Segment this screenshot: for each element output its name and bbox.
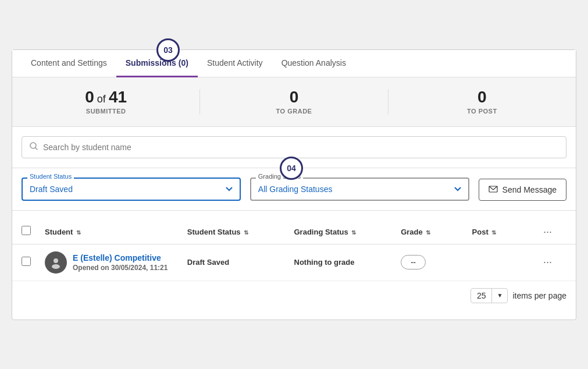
- stat-submitted: 0 of 41 SUBMITTED: [12, 89, 200, 115]
- row-grade: --: [401, 255, 472, 269]
- table-row: E (Estelle) Competitive Opened on 30/05/…: [12, 244, 576, 281]
- svg-point-4: [52, 264, 60, 269]
- page-size-arrow[interactable]: ▼: [492, 290, 507, 301]
- tab-student-activity[interactable]: Student Activity: [198, 50, 272, 77]
- filters-section: 04 Student Status Draft Saved Grading St…: [12, 168, 576, 211]
- to-post-label: TO POST: [389, 108, 576, 115]
- select-all-checkbox[interactable]: [22, 226, 31, 235]
- page-size-dropdown: 25 ▼: [471, 288, 508, 303]
- search-wrapper: [22, 136, 566, 158]
- header-more-icon[interactable]: ···: [543, 226, 552, 237]
- step-badge-04: 04: [280, 157, 303, 180]
- stat-to-post: 0 TO POST: [389, 89, 576, 115]
- submitted-label: SUBMITTED: [12, 108, 199, 115]
- grading-status-sort-icon[interactable]: ⇅: [351, 229, 356, 236]
- row-student-status: Draft Saved: [187, 258, 294, 267]
- col-header-grading-status: Grading Status ⇅: [294, 228, 401, 236]
- student-status-select[interactable]: Draft Saved: [22, 178, 241, 201]
- items-per-page-label: items per page: [512, 291, 566, 300]
- row-grading-status: Nothing to grade: [294, 258, 401, 267]
- step-badge-03: 03: [156, 38, 180, 62]
- student-status-sort-icon[interactable]: ⇅: [244, 229, 248, 236]
- student-info: E (Estelle) Competitive Opened on 30/05/…: [45, 251, 187, 274]
- row-actions: ···: [543, 256, 566, 268]
- stats-bar: 0 of 41 SUBMITTED 0 TO GRADE 0 TO POST: [12, 77, 576, 127]
- avatar: [45, 251, 67, 274]
- student-name[interactable]: E (Estelle) Competitive: [73, 253, 168, 262]
- tab-question-analysis[interactable]: Question Analysis: [272, 50, 355, 77]
- svg-point-3: [54, 258, 58, 263]
- grade-sort-icon[interactable]: ⇅: [426, 229, 430, 236]
- student-status-label: Student Status: [27, 173, 74, 180]
- col-header-student: Student ⇅: [45, 228, 187, 236]
- stat-to-grade: 0 TO GRADE: [200, 89, 388, 115]
- grading-status-select[interactable]: All Grading Statuses: [250, 178, 469, 201]
- search-input[interactable]: [43, 143, 559, 152]
- post-sort-icon[interactable]: ⇅: [491, 229, 496, 236]
- student-text: E (Estelle) Competitive Opened on 30/05/…: [73, 253, 168, 272]
- main-container: 03 Content and Settings Submissions (0) …: [12, 49, 576, 320]
- row-student-cell: E (Estelle) Competitive Opened on 30/05/…: [45, 251, 187, 274]
- student-opened: Opened on 30/05/2024, 11:21: [73, 264, 168, 272]
- svg-line-1: [35, 147, 38, 150]
- col-header-actions: ···: [543, 226, 566, 238]
- search-icon: [29, 141, 38, 153]
- col-header-post: Post ⇅: [472, 228, 543, 236]
- col-header-student-status: Student Status ⇅: [187, 228, 294, 236]
- email-icon: [489, 185, 498, 194]
- send-message-label: Send Message: [503, 185, 557, 194]
- select-all-checkbox-cell: [22, 226, 45, 237]
- to-grade-label: TO GRADE: [200, 108, 387, 115]
- col-header-grade: Grade ⇅: [401, 228, 472, 236]
- student-sort-icon[interactable]: ⇅: [76, 229, 81, 236]
- tabs-bar: Content and Settings Submissions (0) Stu…: [12, 50, 576, 77]
- row-more-icon[interactable]: ···: [543, 256, 552, 268]
- to-post-count: 0: [389, 89, 576, 105]
- row-checkbox-cell: [22, 257, 45, 268]
- table-header: Student ⇅ Student Status ⇅ Grading Statu…: [12, 220, 576, 244]
- table-section: Student ⇅ Student Status ⇅ Grading Statu…: [12, 211, 576, 320]
- page-size-number: 25: [471, 289, 493, 303]
- row-checkbox[interactable]: [22, 257, 31, 266]
- send-message-button[interactable]: Send Message: [479, 179, 566, 201]
- student-status-filter: Student Status Draft Saved: [22, 178, 241, 201]
- submitted-count: 0 of 41: [12, 89, 199, 105]
- grading-status-filter: Grading Status All Grading Statuses: [250, 178, 469, 201]
- tab-content-settings[interactable]: Content and Settings: [22, 50, 116, 77]
- to-grade-count: 0: [200, 89, 387, 105]
- pagination-section: 25 ▼ items per page: [12, 281, 576, 310]
- grade-pill: --: [401, 255, 426, 269]
